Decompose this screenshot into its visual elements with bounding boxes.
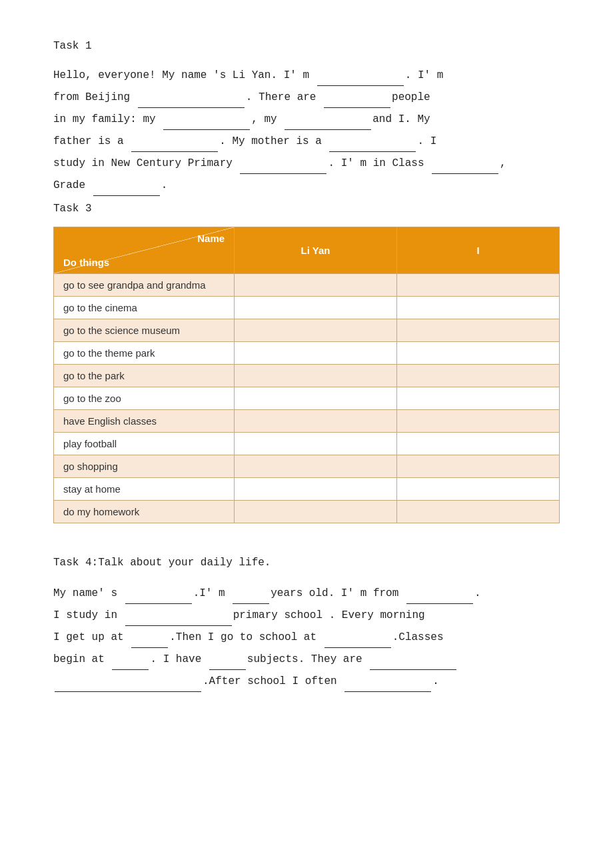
p2-text2: . There are — [246, 91, 316, 103]
p5-text1: study in New Century Primary — [53, 157, 233, 169]
table-row: go to the theme park — [54, 342, 560, 365]
table-row: do my homework — [54, 501, 560, 523]
t4-blank6[interactable] — [324, 626, 391, 648]
i-check-cell[interactable] — [397, 342, 560, 365]
table-row: stay at home — [54, 478, 560, 501]
table-row: go to the zoo — [54, 387, 560, 410]
t4-blank10[interactable] — [55, 670, 201, 692]
p1-text1: Hello, everyone! My name 's Li Yan. I' m — [53, 69, 309, 81]
blank6[interactable] — [131, 130, 218, 152]
p3-text2: , my — [251, 113, 277, 125]
i-check-cell[interactable] — [397, 319, 560, 342]
i-check-cell[interactable] — [397, 478, 560, 501]
liyan-check-cell[interactable] — [235, 274, 397, 297]
header-liyan: Li Yan — [235, 227, 397, 274]
task1-section: Task 1 Hello, everyone! My name 's Li Ya… — [53, 40, 560, 196]
t4-blank11[interactable] — [344, 670, 431, 692]
i-check-cell[interactable] — [397, 433, 560, 455]
activity-cell: go to the theme park — [54, 342, 235, 365]
activity-cell: stay at home — [54, 478, 235, 501]
t4-blank4[interactable] — [125, 604, 232, 626]
blank7[interactable] — [329, 130, 416, 152]
i-check-cell[interactable] — [397, 274, 560, 297]
p3-text3: and I. My — [372, 113, 430, 125]
task3-label: Task 3 — [53, 203, 560, 215]
activity-cell: go to the science museum — [54, 319, 235, 342]
t4-p5-text2: . — [432, 675, 439, 687]
table-row: go to the science museum — [54, 319, 560, 342]
activity-cell: play football — [54, 433, 235, 455]
task1-paragraph: Hello, everyone! My name 's Li Yan. I' m… — [53, 64, 560, 196]
t4-blank3[interactable] — [406, 582, 473, 604]
i-check-cell[interactable] — [397, 365, 560, 387]
p4-text3: . I — [417, 135, 436, 147]
t4-p4-text2: . I have — [150, 653, 201, 665]
liyan-check-cell[interactable] — [235, 410, 397, 433]
i-check-cell[interactable] — [397, 501, 560, 523]
i-check-cell[interactable] — [397, 387, 560, 410]
t4-p2-text1: I study in — [53, 609, 117, 621]
table-row: go to the cinema — [54, 297, 560, 319]
i-check-cell[interactable] — [397, 455, 560, 478]
liyan-check-cell[interactable] — [235, 478, 397, 501]
header-do-label: Do things — [63, 257, 109, 268]
p4-text1: father is a — [53, 135, 124, 147]
blank9[interactable] — [432, 152, 498, 174]
p2-text3: people — [392, 91, 430, 103]
blank5[interactable] — [285, 108, 371, 130]
activity-cell: do my homework — [54, 501, 235, 523]
liyan-check-cell[interactable] — [235, 297, 397, 319]
t4-blank1[interactable] — [125, 582, 192, 604]
activity-cell: have English classes — [54, 410, 235, 433]
activity-cell: go to the cinema — [54, 297, 235, 319]
t4-p1-text4: . — [474, 587, 481, 599]
liyan-check-cell[interactable] — [235, 501, 397, 523]
activity-cell: go to the park — [54, 365, 235, 387]
t4-p4-text3: subjects. They are — [247, 653, 362, 665]
i-check-cell[interactable] — [397, 297, 560, 319]
header-name-label: Name — [197, 233, 225, 244]
p1-text2: . I' m — [405, 69, 444, 81]
table-row: have English classes — [54, 410, 560, 433]
liyan-check-cell[interactable] — [235, 365, 397, 387]
blank2[interactable] — [138, 86, 245, 108]
t4-p2-text2: primary school . Every morning — [233, 609, 425, 621]
t4-p3-text3: .Classes — [392, 631, 444, 643]
liyan-check-cell[interactable] — [235, 387, 397, 410]
p6-text1: Grade — [53, 179, 85, 191]
t4-p1-text1: My name' s — [53, 587, 117, 599]
liyan-check-cell[interactable] — [235, 342, 397, 365]
blank1[interactable] — [317, 64, 404, 86]
activity-table: Name Do things Li Yan I go to see grandp… — [53, 227, 560, 523]
table-row: go shopping — [54, 455, 560, 478]
table-row: play football — [54, 433, 560, 455]
p6-text2: . — [161, 179, 168, 191]
i-check-cell[interactable] — [397, 410, 560, 433]
task1-label: Task 1 — [53, 40, 560, 52]
p3-text1: in my family: my — [53, 113, 156, 125]
t4-p5-text1: .After school I often — [203, 675, 337, 687]
t4-p1-text2: .I' m — [193, 587, 225, 599]
p2-text1: from Beijing — [53, 91, 130, 103]
blank8[interactable] — [240, 152, 326, 174]
p5-text2: . I' m in Class — [328, 157, 424, 169]
p4-text2: . My mother is a — [219, 135, 322, 147]
task4-section: Task 4:Talk about your daily life. My na… — [53, 557, 560, 692]
t4-p4-text1: begin at — [53, 653, 105, 665]
t4-blank9[interactable] — [370, 648, 456, 670]
blank3[interactable] — [324, 86, 390, 108]
spacer1 — [53, 543, 560, 557]
t4-blank7[interactable] — [112, 648, 149, 670]
blank10[interactable] — [93, 174, 160, 196]
activity-cell: go shopping — [54, 455, 235, 478]
activity-cell: go to the zoo — [54, 387, 235, 410]
liyan-check-cell[interactable] — [235, 319, 397, 342]
t4-blank2[interactable] — [233, 582, 269, 604]
t4-blank5[interactable] — [131, 626, 168, 648]
task4-label: Task 4:Talk about your daily life. — [53, 557, 560, 569]
blank4[interactable] — [163, 108, 250, 130]
t4-blank8[interactable] — [209, 648, 246, 670]
liyan-check-cell[interactable] — [235, 455, 397, 478]
liyan-check-cell[interactable] — [235, 433, 397, 455]
activity-cell: go to see grandpa and grandma — [54, 274, 235, 297]
